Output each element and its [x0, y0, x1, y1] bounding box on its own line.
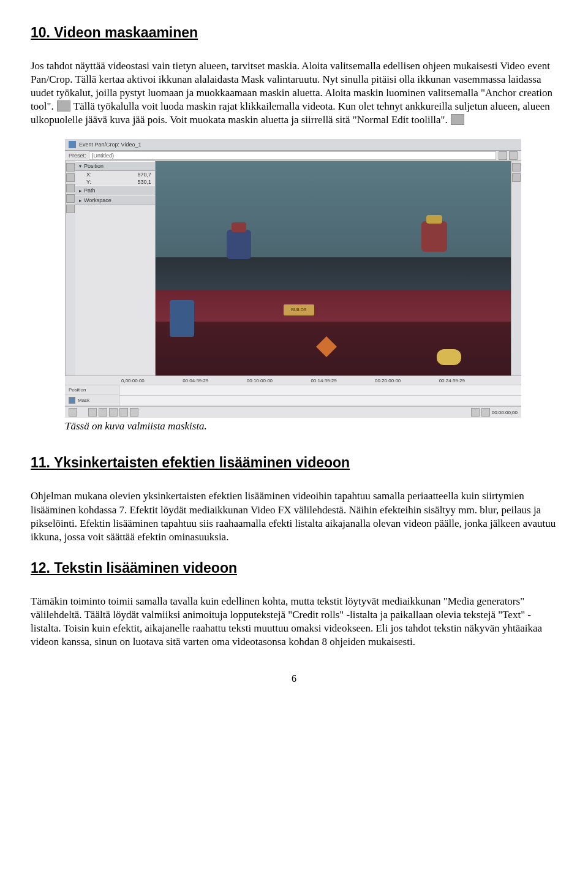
- position-panel-header[interactable]: ▾Position: [75, 161, 155, 171]
- transport-bar: 00:00:00;00: [65, 406, 521, 418]
- preset-dropdown[interactable]: (Untitled): [89, 151, 496, 160]
- zoom-tool-button[interactable]: [66, 184, 75, 192]
- section-10-text-middle: Tällä työkalulla voit luoda maskin rajat…: [31, 100, 550, 126]
- right-tool-palette: [511, 161, 521, 376]
- collapse-icon: ▾: [79, 164, 81, 169]
- ruler-tick: 0,00:00:00: [121, 378, 145, 383]
- preset-delete-icon[interactable]: [509, 151, 518, 160]
- expand-icon: ▸: [79, 198, 81, 203]
- view-tool-2[interactable]: [512, 173, 521, 182]
- timeline-ruler[interactable]: 0,00:00:00 00:04:59:29 00:10:00:00 00:14…: [65, 376, 521, 385]
- timecode-display[interactable]: 00:00:00;00: [492, 410, 518, 415]
- section-11-paragraph: Ohjelman mukana olevien yksinkertaisten …: [31, 489, 557, 543]
- normal-edit-tool-button[interactable]: [66, 163, 75, 172]
- anchor-creation-tool-button[interactable]: [66, 173, 75, 182]
- snap-tool-button[interactable]: [66, 205, 75, 213]
- position-y-row: Y:530,1: [75, 178, 155, 186]
- position-y-value[interactable]: 530,1: [137, 179, 151, 185]
- game-gem: [316, 336, 337, 357]
- section-10-paragraph: Jos tahdot näyttää videostasi vain tiety…: [31, 59, 557, 127]
- preview-canvas[interactable]: BUILDS: [156, 161, 511, 376]
- first-keyframe-button[interactable]: [88, 408, 97, 417]
- preset-bar: Preset: (Untitled): [65, 151, 521, 161]
- mask-track-lane[interactable]: [119, 396, 521, 406]
- normal-edit-tool-icon: [451, 114, 464, 125]
- ruler-tick: 00:14:59:29: [311, 378, 336, 383]
- ruler-tick: 00:10:00:00: [247, 378, 273, 383]
- workspace-panel-header[interactable]: ▸Workspace: [75, 195, 155, 205]
- tool-palette: [65, 161, 75, 376]
- ruler-tick: 00:24:59:29: [439, 378, 465, 383]
- add-keyframe-button[interactable]: [109, 408, 118, 417]
- section-12-heading: 12. Tekstin lisääminen videoon: [31, 560, 557, 576]
- game-sign: BUILDS: [284, 304, 314, 315]
- next-keyframe-button[interactable]: [119, 408, 128, 417]
- zoom-in-button[interactable]: [481, 408, 490, 417]
- mask-checkbox[interactable]: [69, 397, 75, 404]
- expand-icon: ▸: [79, 188, 81, 194]
- page-number: 6: [31, 673, 557, 684]
- game-character-left: [227, 230, 251, 259]
- ruler-tick: 00:20:00:00: [375, 378, 401, 383]
- game-character-right: [421, 221, 447, 252]
- position-track-label[interactable]: Position: [65, 385, 119, 395]
- preset-label: Preset:: [69, 153, 86, 159]
- window-titlebar: Event Pan/Crop: Video_1: [65, 139, 521, 151]
- view-tool-1[interactable]: [512, 163, 521, 172]
- anchor-tool-icon: [57, 100, 70, 111]
- game-duck: [437, 349, 461, 365]
- ruler-tick: 00:04:59:29: [183, 378, 208, 383]
- last-keyframe-button[interactable]: [130, 408, 138, 417]
- timeline-area: 0,00:00:00 00:04:59:29 00:10:00:00 00:14…: [65, 376, 521, 418]
- path-panel-header[interactable]: ▸Path: [75, 186, 155, 195]
- position-x-value[interactable]: 870,7: [137, 172, 151, 178]
- mask-track-label[interactable]: Mask: [65, 395, 119, 406]
- section-12-paragraph: Tämäkin toiminto toimii samalla tavalla …: [31, 595, 557, 649]
- section-10-heading: 10. Videon maskaaminen: [31, 25, 557, 41]
- position-track-lane[interactable]: [119, 385, 521, 396]
- screenshot-container: Event Pan/Crop: Video_1 Preset: (Untitle…: [65, 139, 521, 418]
- move-tool-button[interactable]: [66, 194, 75, 203]
- window-title: Event Pan/Crop: Video_1: [79, 142, 141, 148]
- properties-panel: ▾Position X:870,7 Y:530,1 ▸Path ▸Workspa…: [75, 161, 156, 376]
- event-pan-crop-screenshot: Event Pan/Crop: Video_1 Preset: (Untitle…: [65, 139, 521, 418]
- zoom-out-button[interactable]: [471, 408, 480, 417]
- sync-cursor-button[interactable]: [69, 408, 77, 417]
- window-icon: [69, 141, 76, 148]
- screenshot-caption: Tässä on kuva valmiista maskista.: [65, 420, 557, 432]
- game-block: [170, 300, 194, 337]
- position-x-row: X:870,7: [75, 171, 155, 178]
- preset-save-icon[interactable]: [499, 151, 507, 160]
- prev-keyframe-button[interactable]: [99, 408, 107, 417]
- section-11-heading: 11. Yksinkertaisten efektien lisääminen …: [31, 455, 557, 471]
